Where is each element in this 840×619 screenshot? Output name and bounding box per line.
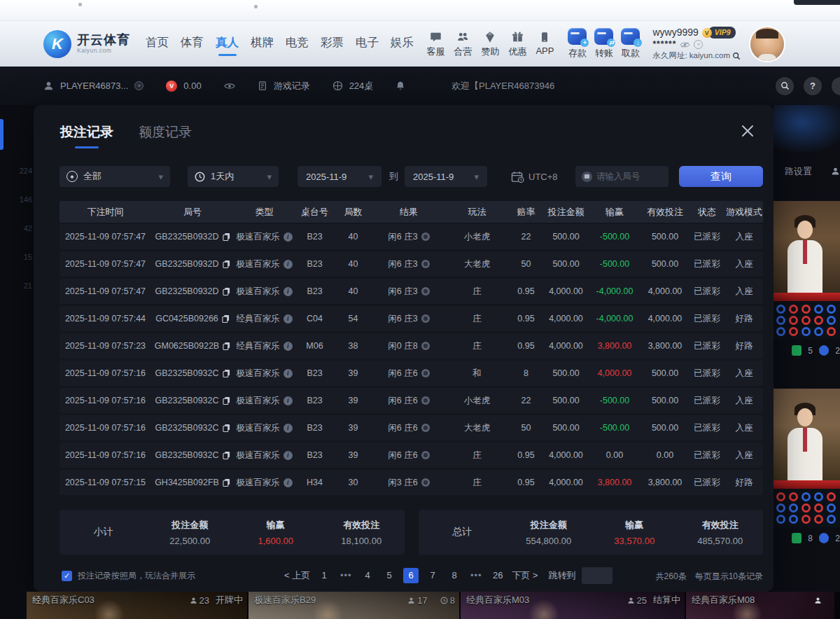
page-button[interactable]: 6 [403,568,419,583]
info-icon[interactable]: i [284,369,293,378]
search-circle-icon[interactable] [776,77,794,95]
copy-icon[interactable] [223,287,230,295]
eye-off-icon[interactable] [680,41,690,48]
result-detail-icon[interactable] [421,451,430,459]
copy-icon[interactable] [223,232,230,241]
live-table-tile[interactable]: 经典百家乐M08 [686,592,836,619]
transfer-button[interactable]: ⇄ 转账 [594,28,613,60]
page-button[interactable]: 1 [316,568,332,583]
game-records-link[interactable]: 游戏记录 [274,80,310,92]
round-search-field[interactable] [575,166,668,187]
table-edge [774,480,840,489]
live-table-tile[interactable]: 经典百家乐C03 23 开牌中 [27,592,248,619]
live-table-panel[interactable]: 5 2 [774,201,840,356]
magnifier-icon[interactable] [732,52,741,60]
game-type-select[interactable]: ♠ 全部 ▾ [59,166,170,187]
help-circle-icon[interactable]: ? [804,77,822,95]
result-detail-icon[interactable] [421,424,430,432]
nav-item[interactable]: 体育 [181,35,204,53]
info-icon[interactable]: i [284,396,293,405]
copy-icon[interactable] [222,314,230,323]
info-icon[interactable]: i [284,424,293,433]
merge-checkbox[interactable]: ✓ [62,571,72,581]
eye-icon[interactable] [224,83,235,90]
player-id[interactable]: PLAYER46873... [60,81,128,91]
close-icon[interactable] [740,123,755,139]
chevron-down-icon[interactable]: ˅ [694,40,703,49]
live-table-tile[interactable]: 经典百家乐M03 25 结算中 [461,592,686,619]
modal-tab[interactable]: 投注记录 [60,123,113,148]
page-button[interactable]: 4 [360,568,375,583]
withdraw-button[interactable]: ↓ 取款 [621,28,640,60]
result-detail-icon[interactable] [421,478,430,487]
page-button[interactable]: ••• [468,568,484,583]
valid-bet: 0.00 [641,450,689,460]
bet-time: 2025-11-09 07:57:23 [59,341,151,351]
result-detail-icon[interactable] [421,232,430,241]
time-range-select[interactable]: 1天内 ▾ [188,166,279,187]
search-button[interactable]: 查询 [679,166,763,187]
support-button[interactable]: 客服 [426,29,444,58]
info-icon[interactable]: i [284,478,293,487]
edge-circle-icon[interactable] [832,77,840,95]
copy-icon[interactable] [223,396,230,405]
next-page-button[interactable]: 下页 > [512,568,538,583]
date-to-select[interactable]: 2025-11-9 ▾ [405,166,487,187]
copy-icon[interactable] [223,424,230,432]
tables-count[interactable]: 224桌 [349,80,374,92]
timezone-indicator[interactable]: UTC+8 [511,166,558,187]
info-icon[interactable]: i [284,342,293,351]
copy-icon[interactable] [223,260,230,268]
promo-button[interactable]: 优惠 [508,29,526,58]
result-detail-icon[interactable] [421,287,430,295]
prev-page-button[interactable]: < 上页 [284,568,310,583]
sponsor-button[interactable]: 赞助 [481,29,499,58]
nav-item[interactable]: 电竞 [286,35,309,53]
jump-page-input[interactable] [582,567,612,584]
nav-item[interactable]: 首页 [146,35,169,53]
partner-button[interactable]: 合营 [454,29,472,58]
date-from-select[interactable]: 2025-11-9 ▾ [298,166,382,187]
info-icon[interactable]: i [284,287,293,296]
page-button[interactable]: 8 [447,568,462,583]
deposit-button[interactable]: + 存款 [568,28,587,60]
round-input[interactable] [596,172,659,181]
copy-icon[interactable] [223,478,230,487]
live-table-tile[interactable]: 极速百家乐B29 17 8 [248,592,461,619]
nav-item[interactable]: 娱乐 [391,35,414,53]
page-size-note: 每页显示10条记录 [695,571,763,583]
nav-item[interactable]: 棋牌 [251,35,274,53]
result-detail-icon[interactable] [421,369,430,377]
page-button[interactable]: 26 [490,568,505,583]
page-button[interactable]: ••• [338,568,354,583]
modal-tab[interactable]: 额度记录 [139,123,192,148]
valid-bet: 4,000.00 [641,286,689,296]
result-cell: 闲0 庄8 [372,340,446,352]
nav-item[interactable]: 彩票 [321,35,344,53]
copy-icon[interactable] [223,369,230,377]
user-avatar[interactable] [750,27,784,61]
info-icon[interactable]: i [284,451,293,460]
page-button[interactable]: 5 [382,568,397,583]
roadmap-ring [802,327,811,336]
page-button[interactable]: 7 [425,568,440,583]
bell-icon[interactable] [396,81,405,91]
info-icon[interactable]: i [284,232,293,242]
brand-logo[interactable]: K 开云体育 Kaiyun.com [43,30,130,58]
result-detail-icon[interactable] [421,260,430,268]
valid-bet: 3,800.00 [641,478,689,487]
nav-item[interactable]: 电子 [356,35,379,53]
info-icon[interactable]: i [284,314,293,324]
nav-item[interactable]: 真人 [216,35,239,53]
total-bet: 554,800.00 [506,536,592,546]
app-button[interactable]: APP [536,29,554,56]
player-chevron-icon[interactable]: ˅ [134,81,144,90]
info-icon[interactable]: i [284,260,293,269]
result-detail-icon[interactable] [421,396,430,405]
copy-icon[interactable] [223,342,230,350]
result-detail-icon[interactable] [421,342,430,350]
copy-icon[interactable] [223,451,230,459]
road-settings-label[interactable]: 路设置 [785,165,812,178]
live-table-panel[interactable]: 8 2 [774,389,840,543]
result-detail-icon[interactable] [421,314,430,323]
